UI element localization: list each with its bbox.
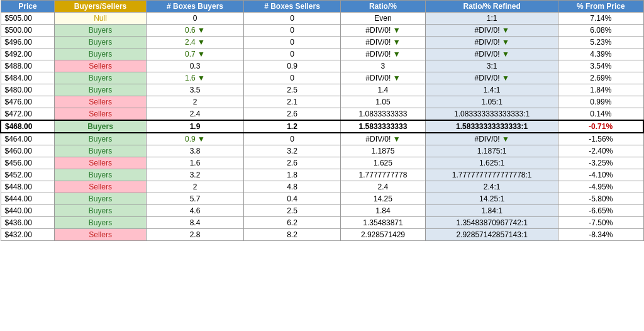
boxes-sellers-cell: 2.5 bbox=[244, 84, 341, 96]
ratio-refined-cell: 1:1 bbox=[426, 13, 558, 25]
boxes-sellers-cell: 0.4 bbox=[244, 193, 341, 205]
from-price-cell: -4.10% bbox=[558, 169, 643, 181]
buyers-sellers-cell: Sellers bbox=[55, 60, 146, 72]
boxes-sellers-cell: 0.9 bbox=[244, 60, 341, 72]
column-header---boxes-buyers: # Boxes Buyers bbox=[146, 1, 243, 13]
table-row: $432.00Sellers2.88.22.9285714292.9285714… bbox=[1, 229, 643, 241]
boxes-buyers-cell: 2.8 bbox=[146, 229, 243, 241]
ratio-cell: 1.0833333333 bbox=[340, 108, 425, 121]
boxes-buyers-cell: 0 bbox=[146, 13, 243, 25]
boxes-sellers-cell: 1.2 bbox=[244, 120, 341, 133]
ratio-cell: #DIV/0! ▼ bbox=[340, 72, 425, 84]
boxes-sellers-cell: 2.1 bbox=[244, 96, 341, 108]
price-cell: $440.00 bbox=[1, 205, 55, 217]
boxes-sellers-cell: 0 bbox=[244, 13, 341, 25]
boxes-buyers-cell: 3.2 bbox=[146, 169, 243, 181]
price-cell: $484.00 bbox=[1, 72, 55, 84]
table-row: $472.00Sellers2.42.61.08333333331.083333… bbox=[1, 108, 643, 121]
from-price-cell: 7.14% bbox=[558, 13, 643, 25]
table-row: $456.00Sellers1.62.61.6251.625:1-3.25% bbox=[1, 157, 643, 169]
table-row: $440.00Buyers4.62.51.841.84:1-6.65% bbox=[1, 205, 643, 217]
ratio-cell: #DIV/0! ▼ bbox=[340, 133, 425, 145]
buyers-sellers-cell: Buyers bbox=[55, 72, 146, 84]
column-header-price: Price bbox=[1, 1, 55, 13]
price-cell: $480.00 bbox=[1, 84, 55, 96]
boxes-sellers-cell: 3.2 bbox=[244, 145, 341, 157]
ratio-cell: #DIV/0! ▼ bbox=[340, 25, 425, 36]
from-price-cell: 2.69% bbox=[558, 72, 643, 84]
boxes-sellers-cell: 4.8 bbox=[244, 181, 341, 193]
buyers-sellers-cell: Null bbox=[55, 13, 146, 25]
boxes-buyers-cell: 4.6 bbox=[146, 205, 243, 217]
table-row: $476.00Sellers22.11.051.05:10.99% bbox=[1, 96, 643, 108]
from-price-cell: -3.25% bbox=[558, 157, 643, 169]
ratio-cell: Even bbox=[340, 13, 425, 25]
ratio-refined-cell: #DIV/0! ▼ bbox=[426, 72, 558, 84]
buyers-sellers-cell: Buyers bbox=[55, 217, 146, 229]
table-row: $436.00Buyers8.46.21.354838711.354838709… bbox=[1, 217, 643, 229]
buyers-sellers-cell: Buyers bbox=[55, 169, 146, 181]
table-row: $484.00Buyers1.6 ▼0#DIV/0! ▼#DIV/0! ▼2.6… bbox=[1, 72, 643, 84]
price-cell: $464.00 bbox=[1, 133, 55, 145]
price-cell: $492.00 bbox=[1, 48, 55, 60]
ratio-cell: 1.35483871 bbox=[340, 217, 425, 229]
table-row: $492.00Buyers0.7 ▼0#DIV/0! ▼#DIV/0! ▼4.3… bbox=[1, 48, 643, 60]
from-price-cell: 4.39% bbox=[558, 48, 643, 60]
ratio-cell: 2.4 bbox=[340, 181, 425, 193]
price-cell: $452.00 bbox=[1, 169, 55, 181]
boxes-buyers-cell: 0.6 ▼ bbox=[146, 25, 243, 36]
buyers-sellers-cell: Buyers bbox=[55, 48, 146, 60]
buyers-sellers-cell: Buyers bbox=[55, 205, 146, 217]
from-price-cell: -7.50% bbox=[558, 217, 643, 229]
from-price-cell: 5.23% bbox=[558, 36, 643, 48]
buyers-sellers-cell: Buyers bbox=[55, 25, 146, 36]
ratio-cell: 1.7777777778 bbox=[340, 169, 425, 181]
table-row: $480.00Buyers3.52.51.41.4:11.84% bbox=[1, 84, 643, 96]
price-cell: $436.00 bbox=[1, 217, 55, 229]
from-price-cell: -0.71% bbox=[558, 120, 643, 133]
boxes-buyers-cell: 0.3 bbox=[146, 60, 243, 72]
table-row: $464.00Buyers0.9 ▼0#DIV/0! ▼#DIV/0! ▼-1.… bbox=[1, 133, 643, 145]
main-table: PriceBuyers/Sellers# Boxes Buyers# Boxes… bbox=[0, 0, 644, 241]
ratio-refined-cell: 1.05:1 bbox=[426, 96, 558, 108]
boxes-buyers-cell: 3.5 bbox=[146, 84, 243, 96]
boxes-buyers-cell: 1.9 bbox=[146, 120, 243, 133]
from-price-cell: 3.54% bbox=[558, 60, 643, 72]
from-price-cell: -4.95% bbox=[558, 181, 643, 193]
boxes-sellers-cell: 2.6 bbox=[244, 108, 341, 121]
boxes-buyers-cell: 3.8 bbox=[146, 145, 243, 157]
table-row: $468.00Buyers1.91.21.58333333331.5833333… bbox=[1, 120, 643, 133]
boxes-sellers-cell: 1.8 bbox=[244, 169, 341, 181]
buyers-sellers-cell: Buyers bbox=[55, 145, 146, 157]
from-price-cell: -8.34% bbox=[558, 229, 643, 241]
table-row: $505.00Null00Even1:17.14% bbox=[1, 13, 643, 25]
table-row: $500.00Buyers0.6 ▼0#DIV/0! ▼#DIV/0! ▼6.0… bbox=[1, 25, 643, 36]
ratio-cell: 3 bbox=[340, 60, 425, 72]
buyers-sellers-cell: Sellers bbox=[55, 157, 146, 169]
ratio-cell: 1.05 bbox=[340, 96, 425, 108]
ratio-refined-cell: 1.58333333333333:1 bbox=[426, 120, 558, 133]
column-header---boxes-sellers: # Boxes Sellers bbox=[244, 1, 341, 13]
ratio-refined-cell: 2.4:1 bbox=[426, 181, 558, 193]
ratio-cell: 2.928571429 bbox=[340, 229, 425, 241]
from-price-cell: -6.65% bbox=[558, 205, 643, 217]
ratio-cell: 14.25 bbox=[340, 193, 425, 205]
price-cell: $456.00 bbox=[1, 157, 55, 169]
price-cell: $468.00 bbox=[1, 120, 55, 133]
boxes-buyers-cell: 8.4 bbox=[146, 217, 243, 229]
column-header-ratio---refined: Ratio/% Refined bbox=[426, 1, 558, 13]
ratio-refined-cell: #DIV/0! ▼ bbox=[426, 48, 558, 60]
price-cell: $460.00 bbox=[1, 145, 55, 157]
from-price-cell: -5.80% bbox=[558, 193, 643, 205]
table-row: $496.00Buyers2.4 ▼0#DIV/0! ▼#DIV/0! ▼5.2… bbox=[1, 36, 643, 48]
boxes-sellers-cell: 0 bbox=[244, 133, 341, 145]
boxes-sellers-cell: 0 bbox=[244, 36, 341, 48]
boxes-buyers-cell: 1.6 bbox=[146, 157, 243, 169]
ratio-refined-cell: 3:1 bbox=[426, 60, 558, 72]
buyers-sellers-cell: Buyers bbox=[55, 84, 146, 96]
ratio-cell: #DIV/0! ▼ bbox=[340, 48, 425, 60]
column-header-ratio--: Ratio/% bbox=[340, 1, 425, 13]
boxes-buyers-cell: 2.4 bbox=[146, 108, 243, 121]
boxes-buyers-cell: 2.4 ▼ bbox=[146, 36, 243, 48]
buyers-sellers-cell: Buyers bbox=[55, 36, 146, 48]
